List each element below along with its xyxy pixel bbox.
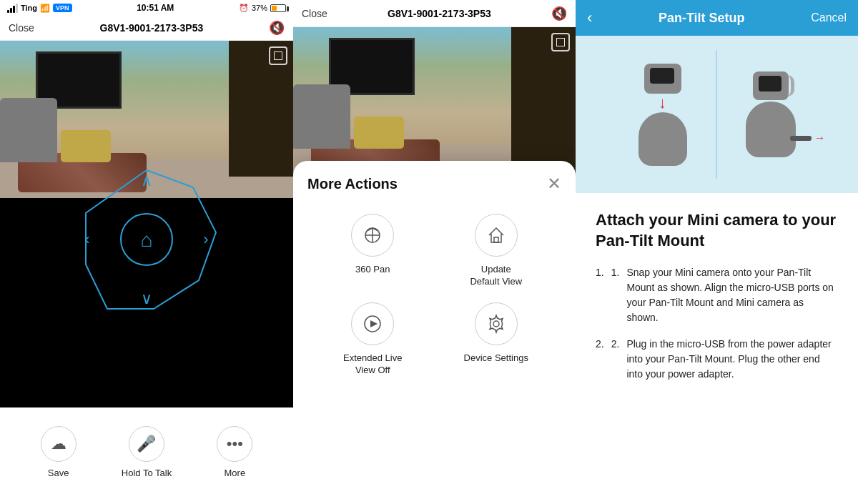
right-panel: ‹ Pan-Tilt Setup Cancel ↓: [576, 0, 858, 504]
ptz-up-arrow[interactable]: ∧: [141, 172, 152, 189]
instructions-list: 1. Snap your Mini camera onto your Pan-T…: [596, 265, 838, 382]
device-id-mid: G8V1-9001-2173-3P53: [388, 8, 491, 19]
alarm-icon: ⏰: [239, 4, 249, 13]
action-360pan[interactable]: 360 Pan: [322, 214, 424, 288]
save-label: Save: [48, 468, 69, 478]
camera-top-bar-left: Close G8V1-9001-2173-3P53 🔇: [0, 16, 293, 41]
360pan-svg: [363, 225, 383, 245]
update-default-icon[interactable]: [475, 214, 518, 257]
step-2-text: Plug in the micro-USB from the power ada…: [626, 337, 838, 382]
right-content: Attach your Mini camera to your Pan-Tilt…: [576, 193, 858, 504]
mini-camera-head: [644, 64, 681, 94]
bottom-controls: ☁ Save 🎤 Hold To Talk ••• More: [0, 407, 293, 504]
more-icon[interactable]: •••: [217, 426, 252, 462]
more-actions-modal: More Actions ✕ 360 Pan: [293, 161, 576, 504]
instruction-step-1: 1. Snap your Mini camera onto your Pan-T…: [596, 265, 838, 325]
instruction-step-2: 2. Plug in the micro-USB from the power …: [596, 337, 838, 382]
wifi-icon: 📶: [40, 4, 50, 13]
device-id-left: G8V1-9001-2173-3P53: [100, 22, 204, 34]
signal-icon: [7, 4, 18, 13]
modal-title: More Actions: [307, 176, 398, 192]
ptz-left-arrow[interactable]: ‹: [84, 230, 89, 248]
gear-svg: [486, 314, 506, 334]
home-icon[interactable]: ⌂: [141, 229, 153, 251]
device-settings-icon[interactable]: [475, 302, 518, 345]
cancel-button[interactable]: Cancel: [811, 11, 847, 24]
more-button[interactable]: ••• More: [206, 426, 263, 478]
ptz-down-arrow[interactable]: ∨: [141, 290, 152, 307]
action-extended-live[interactable]: Extended LiveView Off: [322, 302, 424, 377]
mute-icon-mid[interactable]: 🔇: [551, 6, 567, 21]
microphone-icon[interactable]: 🎤: [129, 426, 164, 462]
close-button-mid[interactable]: Close: [302, 8, 327, 19]
update-default-label: UpdateDefault View: [470, 264, 522, 288]
home-svg: [486, 225, 506, 245]
vpn-badge: VPN: [53, 4, 72, 12]
robot-right: →: [746, 71, 796, 157]
ptz-right-arrow[interactable]: ›: [203, 230, 208, 248]
pan-tilt-mount-body-2: →: [746, 102, 796, 157]
status-bar: Ting 📶 VPN 10:51 AM ⏰ 37%: [0, 0, 293, 16]
mute-icon-left[interactable]: 🔇: [269, 20, 285, 36]
expand-icon-left[interactable]: [269, 46, 287, 65]
hold-to-talk-button[interactable]: 🎤 Hold To Talk: [118, 426, 175, 478]
mini-camera-head-2: [753, 71, 789, 100]
carrier-label: Ting: [21, 4, 37, 12]
step-1-text: Snap your Mini camera onto your Pan-Tilt…: [626, 265, 838, 325]
save-icon[interactable]: ☁: [41, 426, 77, 462]
illustration-divider: [716, 50, 717, 179]
save-button[interactable]: ☁ Save: [30, 426, 87, 478]
pan-tilt-illustration: ↓ →: [576, 36, 858, 193]
pan-tilt-setup-title: Pan-Tilt Setup: [659, 11, 745, 26]
extended-live-icon[interactable]: [351, 302, 394, 345]
extended-live-label: Extended LiveView Off: [343, 352, 402, 377]
action-update-default[interactable]: UpdateDefault View: [445, 214, 548, 288]
camera-top-bar-mid: Close G8V1-9001-2173-3P53 🔇: [293, 0, 576, 27]
attach-arrow: ↓: [659, 95, 666, 111]
ptz-controls: ⌂ ∧ ∨ ‹ ›: [72, 164, 222, 315]
status-time: 10:51 AM: [137, 3, 174, 13]
expand-button-left[interactable]: [269, 46, 287, 65]
close-button-left[interactable]: Close: [9, 22, 34, 34]
action-device-settings[interactable]: Device Settings: [445, 302, 548, 377]
left-panel: Ting 📶 VPN 10:51 AM ⏰ 37% Close G8V1-900…: [0, 0, 293, 504]
svg-point-8: [493, 321, 499, 327]
modal-actions-grid: 360 Pan UpdateDefault View: [307, 214, 561, 377]
device-settings-label: Device Settings: [464, 352, 528, 365]
robot-left: ↓: [638, 64, 687, 166]
attach-title: Attach your Mini camera to your Pan-Tilt…: [596, 210, 838, 251]
right-header: ‹ Pan-Tilt Setup Cancel: [576, 0, 858, 36]
step-2-number: 2.: [611, 337, 620, 382]
pan-tilt-mount-body: [638, 112, 687, 166]
360pan-icon[interactable]: [351, 214, 394, 257]
battery-icon: [270, 4, 286, 12]
step-1-number: 1.: [611, 265, 620, 325]
battery-percent: 37%: [252, 4, 267, 12]
svg-rect-5: [494, 237, 498, 242]
usb-connector: →: [790, 132, 826, 144]
expand-button-mid[interactable]: [551, 33, 570, 51]
middle-panel: Close G8V1-9001-2173-3P53 🔇 More Actions…: [293, 0, 576, 504]
modal-header: More Actions ✕: [307, 175, 561, 192]
modal-close-button[interactable]: ✕: [547, 175, 561, 192]
svg-marker-7: [370, 320, 378, 327]
play-circle-svg: [363, 314, 383, 334]
hold-to-talk-label: Hold To Talk: [122, 468, 172, 478]
360pan-label: 360 Pan: [355, 264, 390, 276]
ptz-ring-svg: ⌂ ∧ ∨ ‹ ›: [72, 164, 222, 315]
status-right: ⏰ 37%: [239, 4, 286, 13]
status-left: Ting 📶 VPN: [7, 4, 72, 13]
more-label: More: [225, 468, 246, 478]
back-button[interactable]: ‹: [587, 9, 592, 27]
